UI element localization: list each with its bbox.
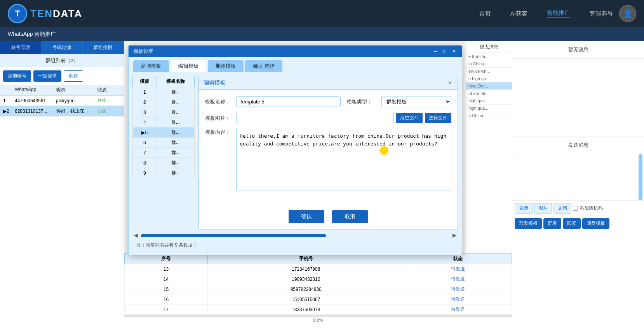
sub-navigation: WhatsApp 智能推广 xyxy=(0,27,644,41)
preview-row-8: high qua... xyxy=(466,105,512,112)
preview-row-9: n China.... xyxy=(466,112,512,119)
template-name-input[interactable] xyxy=(236,96,341,107)
message-display-area xyxy=(512,59,644,137)
right-scrollbar[interactable] xyxy=(639,154,642,200)
preview-row-7: high qua... xyxy=(466,97,512,105)
template-row-6[interactable]: 6群... xyxy=(133,138,195,148)
dialog-title: 模板设置 xyxy=(133,48,153,55)
account-row-1[interactable]: 1 447950643561 jackyguo 在线 xyxy=(0,96,124,106)
account-row-2[interactable]: ▶2 62831310137... 你好，我正在... 在线 xyxy=(0,106,124,117)
one-click-login-button[interactable]: 一键登录 xyxy=(33,70,61,82)
template-row-3[interactable]: 3群... xyxy=(133,107,195,117)
reply-template-button[interactable]: 回复模板 xyxy=(582,218,609,229)
main-content-area: 暂无消息 e from hi... in China... ervice wh.… xyxy=(466,41,512,253)
no-message-panel: 暂无消息 xyxy=(512,41,644,59)
dialog-controls: ─ □ ✕ xyxy=(432,48,457,54)
template-row-8[interactable]: 8群... xyxy=(133,158,195,168)
tab-account-management[interactable]: 账号管理 xyxy=(0,41,41,54)
phone-row-15[interactable]: 15 959782284930 待发送 xyxy=(125,284,512,294)
template-row-4[interactable]: 4群... xyxy=(133,117,195,128)
template-row-7[interactable]: 7群... xyxy=(133,148,195,158)
left-sidebar: 账号管理 号码过滤 群组挖掘 群组列表（2） 添加账号 一键登录 刷新 What… xyxy=(0,41,124,331)
nav-ai[interactable]: AI获客 xyxy=(510,10,527,18)
tab-edit-template[interactable]: 编辑模板 xyxy=(171,60,206,72)
nav-nurture[interactable]: 智能养号 xyxy=(590,10,613,18)
right-panel: 暂无消息 发送消息 表情 图片 文档 添加随机码 xyxy=(512,41,644,331)
file-input-row: 清空文件 选择文件 xyxy=(236,113,451,123)
phone-row-14[interactable]: 14 19093432310 待发送 xyxy=(125,274,512,284)
cancel-button[interactable]: 取消 xyxy=(332,210,368,223)
tab-confirm-select[interactable]: 确认 选择 xyxy=(245,60,282,72)
scrollbar-area: ◄ ► xyxy=(132,231,458,240)
group-actions: 添加账号 一键登录 刷新 xyxy=(0,67,124,85)
file-input-display xyxy=(236,113,394,123)
tab-group-mining[interactable]: 群组挖掘 xyxy=(83,41,124,54)
bottom-table-wrapper: 序号 手机号 状态 13 17134167908 待发送 14 xyxy=(124,254,512,315)
confirm-button[interactable]: 确认 xyxy=(289,210,324,223)
preview-row-5: hina.Our... xyxy=(466,82,512,90)
logo-text: TENDATA xyxy=(30,8,82,20)
bottom-area: 序号 手机号 状态 13 17134167908 待发送 14 xyxy=(124,253,512,331)
preview-row-6: ut our lat... xyxy=(466,90,512,97)
col-name: 模板名称 xyxy=(157,76,195,87)
logo-icon: T xyxy=(8,4,27,23)
dialog-titlebar: 模板设置 ─ □ ✕ xyxy=(129,46,462,57)
template-list-table: 模板 模板名称 1群... 2群... 3群... 4群... ▶5群... xyxy=(132,76,195,178)
choose-file-button[interactable]: 选择文件 xyxy=(425,113,451,123)
name-label: 模板名称： xyxy=(205,98,236,105)
add-account-button[interactable]: 添加账号 xyxy=(3,70,31,82)
tab-number-filter[interactable]: 号码过滤 xyxy=(41,41,82,54)
top-navigation: T TENDATA 首页 AI获客 智能推广 智能养号 👤 xyxy=(0,0,644,27)
scroll-left-button[interactable]: ◄ xyxy=(132,231,139,240)
template-row-1[interactable]: 1群... xyxy=(133,87,195,97)
note-text: 注：当前列表共有 9 条数据！ xyxy=(132,240,458,251)
nav-promote[interactable]: 智能推广 xyxy=(547,9,570,18)
template-row-2[interactable]: 2群... xyxy=(133,97,195,107)
random-code-checkbox[interactable] xyxy=(573,206,578,211)
minimize-button[interactable]: ─ xyxy=(432,48,439,54)
send-message-panel: 发送消息 xyxy=(512,137,644,154)
preview-row-1: e from hi... xyxy=(466,53,512,60)
refresh-button[interactable]: 刷新 xyxy=(64,70,83,82)
send-textarea-area xyxy=(512,154,644,201)
phone-list-table: 序号 手机号 状态 13 17134167908 待发送 14 xyxy=(124,254,512,315)
template-content-row: 模板内容： Hello there,I am a furniture facto… xyxy=(205,129,451,192)
template-image-row: 模板图片： 清空文件 选择文件 xyxy=(205,113,451,123)
right-content: 模板设置 ─ □ ✕ 新增模板 编辑模板 删除模板 确认 选择 xyxy=(124,41,644,331)
send-message-header: 发送消息 xyxy=(515,140,641,151)
send-action-buttons: 表情 图片 文档 添加随机码 xyxy=(512,201,644,216)
horizontal-scrollbar[interactable] xyxy=(141,234,449,237)
reply-button[interactable]: 回复 xyxy=(563,218,581,229)
phone-row-17[interactable]: 17 13337503073 待发送 xyxy=(125,305,512,315)
close-button[interactable]: ✕ xyxy=(451,48,457,54)
random-code-checkbox-label: 添加随机码 xyxy=(573,203,603,214)
mass-send-template-button[interactable]: 群发模板 xyxy=(515,218,542,229)
no-message-section: 暂无消息 xyxy=(466,41,512,53)
preview-row-3: ervice wh... xyxy=(466,68,512,75)
user-avatar[interactable]: 👤 xyxy=(619,5,636,22)
account-table-header: WhatsApp 昵称 状态 xyxy=(0,85,124,96)
maximize-button[interactable]: □ xyxy=(442,48,448,54)
emoji-button[interactable]: 表情 xyxy=(515,203,533,214)
template-content-textarea[interactable]: Hello there,I am a furniture factory fro… xyxy=(236,129,451,191)
phone-row-13[interactable]: 13 17134167908 待发送 xyxy=(125,264,512,274)
clear-file-button[interactable]: 清空文件 xyxy=(396,113,423,123)
dialog-content: 模板 模板名称 1群... 2群... 3群... 4群... ▶5群... xyxy=(129,72,462,255)
scroll-right-button[interactable]: ► xyxy=(451,231,458,240)
tab-delete-template[interactable]: 删除模板 xyxy=(208,60,244,72)
tab-new-template[interactable]: 新增模板 xyxy=(133,60,169,72)
template-settings-dialog: 模板设置 ─ □ ✕ 新增模板 编辑模板 删除模板 确认 选择 xyxy=(128,45,462,255)
template-type-select[interactable]: 群发模板 xyxy=(381,96,451,107)
template-row-9[interactable]: 9群... xyxy=(133,168,195,178)
mass-send-button[interactable]: 群发 xyxy=(543,218,561,229)
main-layout: 账号管理 号码过滤 群组挖掘 群组列表（2） 添加账号 一键登录 刷新 What… xyxy=(0,41,644,331)
image-button[interactable]: 图片 xyxy=(534,203,552,214)
template-row-5[interactable]: ▶5群... xyxy=(133,128,195,138)
edit-dialog-title: 编辑模板 xyxy=(204,79,225,86)
edit-template-dialog: 编辑模板 ✕ 模板名称： 模板类型： 群发模板 xyxy=(198,76,458,230)
document-button[interactable]: 文档 xyxy=(553,203,571,214)
edit-dialog-close[interactable]: ✕ xyxy=(447,80,453,86)
nav-home[interactable]: 首页 xyxy=(479,10,491,18)
phone-row-16[interactable]: 16 15105515067 待发送 xyxy=(125,294,512,305)
main-preview-table: e from hi... in China... ervice wh... h … xyxy=(466,53,512,119)
